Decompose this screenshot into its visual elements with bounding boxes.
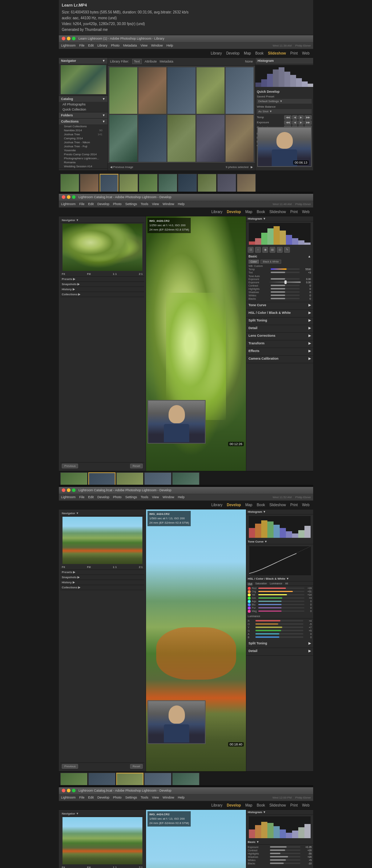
whites-slider[interactable]	[271, 295, 300, 296]
previous-btn[interactable]: Previous	[62, 464, 78, 468]
redeye-tool[interactable]: ◉	[262, 247, 268, 253]
bw-btn[interactable]: Black & White	[260, 260, 282, 264]
dev3-fs-3-selected[interactable]	[116, 773, 143, 785]
collection-photographers[interactable]: Photographers Lightroom...	[59, 156, 108, 160]
filmstrip-thumb-7[interactable]	[178, 174, 197, 192]
menu3-tools[interactable]: Tools	[141, 495, 148, 499]
tone-curve-header[interactable]: Tone Curve ▶	[248, 303, 311, 307]
menu-edit[interactable]: Edit	[88, 44, 94, 47]
zoom-ratio-3[interactable]: 2:1	[139, 565, 143, 569]
module4-develop[interactable]: Develop	[227, 803, 241, 807]
filmstrip-thumb-2[interactable]	[80, 174, 99, 192]
blacks-slider[interactable]	[271, 298, 300, 299]
hsl-magenta-slider[interactable]	[258, 611, 304, 612]
menu2-settings[interactable]: Settings	[125, 202, 137, 206]
filmstrip-thumb-9[interactable]	[217, 174, 236, 192]
menu2-window[interactable]: Window	[163, 202, 174, 206]
module-print[interactable]: Print	[290, 51, 298, 55]
module-develop[interactable]: Develop	[226, 51, 240, 55]
zoom-ratio-4[interactable]: 2:1	[139, 866, 143, 868]
module3-develop[interactable]: Develop	[227, 503, 241, 507]
lum-aqua-slider[interactable]	[255, 633, 303, 635]
module2-map[interactable]: Map	[245, 210, 252, 214]
temp-slider[interactable]	[271, 268, 300, 270]
catalog-all[interactable]: All Photographs	[59, 102, 108, 107]
menu3-develop[interactable]: Develop	[97, 495, 109, 499]
presets-header-3[interactable]: Presets ▶	[60, 570, 144, 575]
menu-metadata[interactable]: Metadata	[123, 44, 137, 47]
menu3-file[interactable]: File	[79, 495, 85, 499]
module4-slideshow[interactable]: Slideshow	[269, 803, 286, 807]
module-web[interactable]: Web	[302, 51, 310, 55]
collection-joshua-fuji[interactable]: Joshua Tree - Fuji	[59, 144, 108, 148]
menu2-help[interactable]: Help	[178, 202, 185, 206]
close-button-3[interactable]	[62, 488, 65, 492]
fullscreen-button[interactable]	[72, 37, 76, 40]
color-btn[interactable]: Color	[248, 260, 259, 264]
filter-text[interactable]: Text	[132, 59, 142, 64]
module4-library[interactable]: Library	[211, 803, 223, 807]
zoom-fit-4[interactable]: Fit	[62, 866, 65, 868]
module3-map[interactable]: Map	[245, 503, 252, 507]
filmstrip-thumb-8[interactable]	[198, 174, 217, 192]
photo-thumb-10[interactable]	[226, 115, 254, 162]
module2-develop[interactable]: Develop	[227, 210, 241, 214]
menu4-tools[interactable]: Tools	[141, 796, 148, 799]
menu4-view[interactable]: View	[152, 796, 159, 799]
hsl-blue-slider[interactable]	[258, 604, 304, 605]
graduated-filter-tool[interactable]: ▤	[270, 247, 275, 253]
module4-web[interactable]: Web	[302, 803, 310, 807]
wh4-slider[interactable]	[270, 859, 300, 861]
tone-curve-header-3[interactable]: Tone Curve ▼	[246, 539, 313, 544]
highlights-slider[interactable]	[271, 288, 300, 289]
filmstrip-thumb-6[interactable]	[158, 174, 177, 192]
minimize-button-2[interactable]	[67, 195, 70, 199]
fullscreen-button-3[interactable]	[72, 488, 76, 492]
hsl-green-slider[interactable]	[258, 597, 304, 599]
snapshots-header[interactable]: Snapshots ▶	[60, 282, 144, 287]
filmstrip-thumb-1[interactable]	[60, 174, 79, 192]
menu2-file[interactable]: File	[79, 202, 85, 206]
module2-library[interactable]: Library	[211, 210, 223, 214]
hsl-header[interactable]: HSL / Color / Black & White ▶	[248, 311, 311, 315]
exp-up-sm-btn[interactable]: ▶	[298, 120, 304, 125]
photo-thumb-7[interactable]	[138, 115, 166, 162]
exp-up-btn[interactable]: ▶▶	[304, 120, 312, 125]
fullscreen-button-2[interactable]	[72, 195, 76, 199]
dev-fs-thumb-5[interactable]	[172, 472, 199, 485]
menu2-view[interactable]: View	[152, 202, 159, 206]
hsl-orange-slider[interactable]	[258, 591, 304, 592]
hsl-aqua-slider[interactable]	[258, 601, 304, 602]
close-button-4[interactable]	[62, 789, 65, 792]
close-button[interactable]	[62, 37, 65, 40]
lum-green-slider[interactable]	[255, 630, 303, 631]
spot-removal-tool[interactable]: ○	[255, 247, 261, 253]
sh4-slider[interactable]	[270, 856, 300, 857]
module-map[interactable]: Map	[244, 51, 251, 55]
filmstrip-thumb-5[interactable]	[139, 174, 158, 192]
zoom-ratio[interactable]: 2:1	[139, 272, 143, 276]
dev3-fs-2[interactable]	[88, 773, 116, 785]
menu4-settings[interactable]: Settings	[125, 796, 137, 799]
preset-dropdown[interactable]: Default Settings ▼	[257, 99, 312, 104]
menu3-settings[interactable]: Settings	[125, 495, 137, 499]
contrast-slider[interactable]	[271, 285, 300, 286]
dev-fs-thumb-1[interactable]	[60, 472, 88, 485]
temp-up-sm-btn[interactable]: ▶	[298, 115, 304, 120]
crop-tool[interactable]: ⊡	[248, 247, 254, 253]
photo-thumb-8[interactable]	[167, 115, 195, 162]
transform-header[interactable]: Transform ▶	[248, 341, 311, 345]
exposure-gradient-slider[interactable]	[270, 281, 301, 283]
collection-romania[interactable]: Romania	[59, 160, 108, 164]
menu-lightroom[interactable]: Lightroom	[61, 44, 76, 47]
collection-yosemite[interactable]: Yosemite	[59, 148, 108, 152]
collection-presto[interactable]: Presto Camp Comp 2014	[59, 152, 108, 156]
zoom-fill-4[interactable]: Fill	[87, 866, 90, 868]
zoom-fit-3[interactable]: Fit	[62, 565, 65, 569]
module3-book[interactable]: Book	[257, 503, 265, 507]
dev3-fs-4[interactable]	[144, 773, 171, 785]
basic-header[interactable]: Basic ▲	[248, 255, 311, 258]
detail-header[interactable]: Detail ▶	[248, 326, 311, 330]
catalog-header[interactable]: Catalog ▼	[59, 96, 108, 102]
hsl-tab-lum[interactable]: Luminance	[270, 582, 282, 585]
